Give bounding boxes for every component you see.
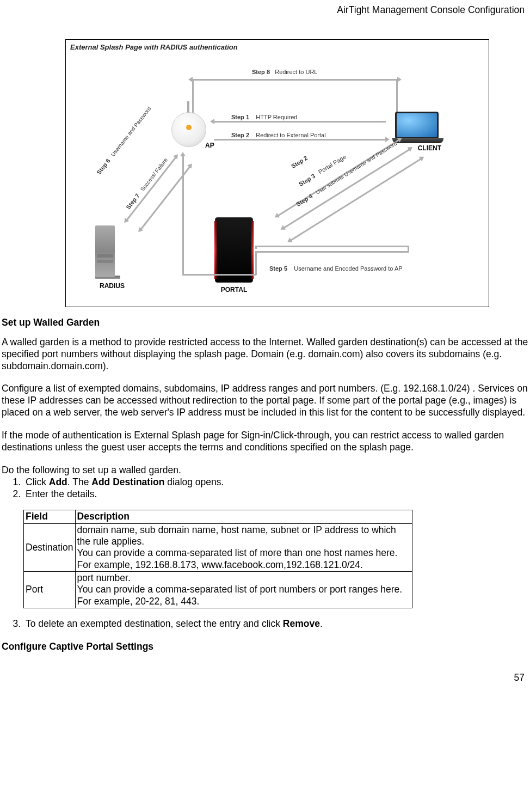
step7-text: Success/ Failure [139, 157, 169, 192]
steps-list: Click Add. The Add Destination dialog op… [2, 477, 528, 500]
step8-tag: Step 8 [252, 69, 270, 75]
para-wg-1: A walled garden is a method to provide r… [2, 337, 528, 373]
arrow-step6 [126, 157, 176, 221]
step2a-text: Redirect to External Portal [256, 132, 325, 138]
step1-text: HTTP Required [256, 114, 297, 120]
list-item: Enter the details. [23, 489, 528, 500]
table-row: Port port number. You can provide a comm… [24, 572, 412, 608]
para-wg-4: Do the following to set up a walled gard… [2, 465, 528, 477]
table-row: Destination domain name, sub domain name… [24, 523, 412, 571]
heading-walled-garden: Set up Walled Garden [2, 317, 528, 329]
steps-list-continued: To delete an exempted destination, selec… [2, 618, 528, 630]
step1-tag: Step 1 [231, 114, 249, 120]
list-item: Click Add. The Add Destination dialog op… [23, 477, 528, 489]
step7-tag: Step 7 [125, 192, 141, 210]
device-client: CLIENT [392, 112, 441, 152]
device-portal: PORTAL [215, 217, 253, 294]
diagram-title: External Splash Page with RADIUS authent… [70, 43, 238, 52]
page-header: AirTight Management Console Configuratio… [0, 4, 530, 16]
arrow-step8 [192, 79, 398, 81]
step4-tag: Step 4 [295, 192, 313, 207]
cell-field-port: Port [24, 572, 76, 608]
device-radius: RADIUS [95, 225, 125, 290]
para-wg-3: If the mode of authentication is Externa… [2, 430, 528, 454]
table-header-description: Description [75, 510, 412, 523]
device-ap: AP [171, 112, 214, 150]
cell-field-destination: Destination [24, 523, 76, 571]
step6-tag: Step 6 [95, 157, 112, 175]
step5-tag: Step 5 [269, 265, 287, 272]
cell-desc-port: port number. You can provide a comma-sep… [75, 572, 412, 608]
field-description-table: Field Description Destination domain nam… [23, 510, 412, 608]
list-item: To delete an exempted destination, selec… [23, 618, 528, 630]
para-wg-2: Configure a list of exempted domains, su… [2, 383, 528, 419]
table-header-field: Field [24, 510, 76, 523]
step8-text: Redirect to URL [275, 69, 317, 75]
step6-text: Username and Password [110, 106, 152, 157]
cell-desc-destination: domain name, sub domain name, host name,… [75, 523, 412, 571]
step2b-tag: Step 2 [290, 154, 309, 169]
step3-tag: Step 3 [298, 172, 316, 187]
step5-text: Username and Encoded Password to AP [294, 265, 402, 272]
heading-captive-portal: Configure Captive Portal Settings [2, 641, 528, 653]
diagram-external-splash-radius: External Splash Page with RADIUS authent… [65, 39, 489, 307]
step2a-tag: Step 2 [231, 132, 249, 138]
page-number: 57 [0, 672, 530, 684]
